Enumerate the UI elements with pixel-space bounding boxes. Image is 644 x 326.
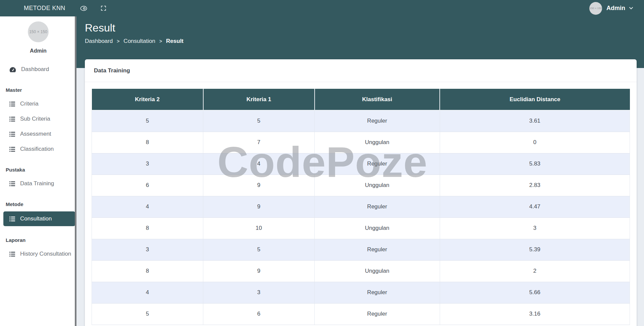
sidebar-item-label: Data Training	[20, 180, 54, 187]
table-cell-kriteria-1: 9	[203, 175, 315, 196]
sidebar-profile: 150 × 150 Admin	[0, 16, 76, 54]
table-cell-kriteria-1: 7	[203, 132, 315, 153]
table-cell-euclidian-distance: 4.47	[440, 196, 630, 217]
column-header-euclidian-distance: Euclidian Distance	[440, 89, 630, 110]
chevron-right-icon: >	[159, 39, 162, 44]
column-header-klastifikasi: Klastifikasi	[315, 89, 440, 110]
table-cell-euclidian-distance: 5.66	[440, 282, 630, 303]
sidebar-item-label: Assessment	[20, 131, 51, 137]
table-cell-kriteria-1: 9	[203, 260, 315, 282]
sidebar-item-label: Dashboard	[21, 66, 49, 73]
table-row: 3 5 Reguler 5.39	[92, 239, 630, 260]
table-cell-kriteria-2: 8	[92, 217, 203, 239]
th-list-icon	[9, 102, 15, 107]
table-cell-kriteria-1: 5	[203, 110, 315, 132]
sidebar-item-label: Consultation	[20, 215, 52, 222]
brand-title[interactable]: METODE KNN	[24, 5, 65, 12]
table-header-row: Kriteria 2 Kriteria 1 Klastifikasi Eucli…	[92, 89, 630, 110]
table-cell-klastifikasi: Reguler	[315, 303, 440, 325]
table-cell-klastifikasi: Reguler	[315, 153, 440, 175]
sidebar-heading-pustaka: Pustaka	[0, 167, 76, 173]
table-cell-klastifikasi: Reguler	[315, 110, 440, 132]
page-title: Result	[85, 21, 644, 34]
eye-icon[interactable]	[80, 6, 87, 11]
table-cell-euclidian-distance: 3.16	[440, 303, 630, 325]
table-row: 3 4 Reguler 5.83	[92, 153, 630, 175]
sidebar-item-label: Classification	[20, 146, 54, 152]
table-row: 4 3 Reguler 5.66	[92, 282, 630, 303]
data-training-table-body: 5 5 Reguler 3.61 8 7 Unggulan 0 3 4 Regu…	[92, 110, 630, 325]
table-cell-kriteria-2: 4	[92, 282, 203, 303]
sidebar-item-consultation[interactable]: Consultation	[3, 211, 75, 226]
table-cell-klastifikasi: Unggulan	[315, 132, 440, 153]
table-cell-kriteria-2: 5	[92, 303, 203, 325]
table-cell-kriteria-2: 5	[92, 110, 203, 132]
table-row: 8 7 Unggulan 0	[92, 132, 630, 153]
breadcrumb-consultation[interactable]: Consultation	[123, 38, 155, 45]
table-cell-kriteria-1: 10	[203, 217, 315, 239]
breadcrumb: Dashboard > Consultation > Result	[85, 38, 644, 45]
column-header-kriteria-2: Kriteria 2	[92, 89, 203, 110]
table-cell-klastifikasi: Reguler	[315, 282, 440, 303]
data-training-table: Kriteria 2 Kriteria 1 Klastifikasi Eucli…	[92, 89, 630, 325]
table-cell-klastifikasi: Unggulan	[315, 175, 440, 196]
table-cell-kriteria-2: 8	[92, 132, 203, 153]
sidebar-item-assessment[interactable]: Assessment	[0, 127, 76, 141]
table-cell-kriteria-2: 6	[92, 175, 203, 196]
card-body: Kriteria 2 Kriteria 1 Klastifikasi Eucli…	[85, 82, 637, 326]
sidebar-heading-laporan: Laporan	[0, 237, 76, 243]
th-list-icon	[9, 216, 15, 221]
sidebar-item-history-consultation[interactable]: History Consultation	[0, 247, 76, 261]
table-cell-kriteria-2: 8	[92, 260, 203, 282]
table-cell-kriteria-2: 3	[92, 153, 203, 175]
table-cell-euclidian-distance: 5.83	[440, 153, 630, 175]
table-cell-klastifikasi: Reguler	[315, 196, 440, 217]
table-cell-kriteria-2: 4	[92, 196, 203, 217]
table-cell-kriteria-1: 4	[203, 153, 315, 175]
table-row: 5 6 Reguler 3.16	[92, 303, 630, 325]
sidebar-item-sub-criteria[interactable]: Sub Criteria	[0, 112, 76, 126]
sidebar-item-label: Sub Criteria	[20, 116, 50, 122]
th-list-icon	[9, 181, 15, 186]
table-cell-kriteria-1: 5	[203, 239, 315, 260]
sidebar-heading-master: Master	[0, 87, 76, 93]
sidebar: 150 × 150 Admin Dashboard Master	[0, 16, 76, 326]
sidebar-item-dashboard[interactable]: Dashboard	[0, 63, 76, 76]
table-cell-klastifikasi: Reguler	[315, 239, 440, 260]
sidebar-item-data-training[interactable]: Data Training	[0, 177, 76, 190]
table-row: 4 9 Reguler 4.47	[92, 196, 630, 217]
sidebar-scrollbar[interactable]	[75, 16, 76, 326]
breadcrumb-dashboard[interactable]: Dashboard	[85, 38, 113, 45]
sidebar-item-label: History Consultation	[20, 251, 71, 257]
sidebar-item-criteria[interactable]: Criteria	[0, 97, 76, 111]
chevron-right-icon: >	[117, 39, 119, 44]
chevron-down-icon	[629, 7, 633, 10]
breadcrumb-result: Result	[166, 38, 183, 45]
tachometer-icon	[9, 67, 16, 72]
fullscreen-expand-icon[interactable]	[101, 5, 106, 11]
card-header: Data Training	[85, 59, 637, 82]
top-navbar: METODE KNN 150 × 150 Admin	[0, 0, 644, 16]
table-row: 8 9 Unggulan 2	[92, 260, 630, 282]
main-content: Result Dashboard > Consultation > Result…	[76, 16, 644, 326]
table-cell-euclidian-distance: 3.61	[440, 110, 630, 132]
table-row: 5 5 Reguler 3.61	[92, 110, 630, 132]
user-dropdown[interactable]: 150 × 150 Admin	[589, 2, 633, 15]
table-cell-euclidian-distance: 3	[440, 217, 630, 239]
sidebar-heading-metode: Metode	[0, 201, 76, 207]
table-row: 8 10 Unggulan 3	[92, 217, 630, 239]
table-cell-klastifikasi: Unggulan	[315, 260, 440, 282]
table-cell-kriteria-1: 9	[203, 196, 315, 217]
table-cell-euclidian-distance: 2.83	[440, 175, 630, 196]
column-header-kriteria-1: Kriteria 1	[203, 89, 315, 110]
table-cell-euclidian-distance: 0	[440, 132, 630, 153]
th-list-icon	[9, 252, 15, 257]
sidebar-user-name: Admin	[0, 48, 76, 54]
table-cell-kriteria-1: 6	[203, 303, 315, 325]
sidebar-avatar: 150 × 150	[28, 21, 49, 42]
table-cell-klastifikasi: Unggulan	[315, 217, 440, 239]
table-cell-kriteria-1: 3	[203, 282, 315, 303]
th-list-icon	[9, 132, 15, 137]
sidebar-item-classification[interactable]: Classification	[0, 142, 76, 156]
th-list-icon	[9, 147, 15, 152]
